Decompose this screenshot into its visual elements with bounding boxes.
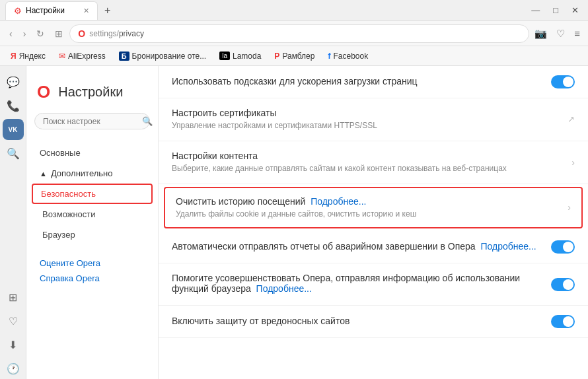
settings-item-content[interactable]: Настройки контента Выберите, какие данны… [159, 141, 588, 184]
back-button[interactable]: ‹ [5, 26, 17, 42]
rambler-icon: Р [274, 52, 279, 61]
bookmark-facebook[interactable]: f Facebook [322, 50, 373, 62]
camera-icon[interactable]: 📷 [532, 25, 550, 42]
bookmark-hotels[interactable]: Б Бронирование оте... [114, 50, 212, 62]
minimize-button[interactable]: — [527, 4, 544, 17]
reload-button[interactable]: ↻ [32, 26, 48, 42]
settings-item-hints-text: Использовать подсказки для ускорения заг… [172, 76, 551, 88]
grid-sidebar-button[interactable]: ⊞ [3, 287, 24, 308]
bookmark-yandex[interactable]: Я Яндекс [5, 50, 51, 62]
search-settings-bar[interactable]: 🔍 [34, 113, 150, 129]
settings-tab[interactable]: ⚙ Настройки ✕ [5, 1, 98, 20]
improve-link[interactable]: Подробнее... [256, 283, 312, 294]
rate-opera-link[interactable]: Оцените Opera [40, 258, 145, 268]
nav-item-features[interactable]: Возможности [26, 204, 158, 224]
settings-sidebar: O Настройки 🔍 Основные ▲ Дополнительно Б… [26, 66, 159, 379]
nav-links: Оцените Opera Справка Opera [26, 248, 158, 294]
grid-button[interactable]: ⊞ [51, 26, 67, 42]
settings-header: O Настройки [26, 77, 158, 113]
external-link-icon: ↗ [568, 114, 575, 124]
nav-advanced-label: Дополнительно [51, 168, 113, 178]
maximize-button[interactable]: □ [549, 4, 562, 17]
search-sidebar-button[interactable]: 🔍 [3, 143, 24, 164]
content-desc: Выберите, какие данные отправлять сайтам… [172, 163, 571, 174]
crash-toggle[interactable] [551, 240, 575, 254]
crash-link[interactable]: Подробнее... [480, 241, 536, 252]
clear-history-link[interactable]: Подробнее... [311, 196, 366, 207]
settings-item-malware[interactable]: Включить защиту от вредоносных сайтов [159, 306, 588, 338]
settings-item-crash[interactable]: Автоматически отправлять отчеты об авари… [159, 231, 588, 263]
hints-toggle[interactable] [551, 75, 575, 88]
bookmark-lamoda[interactable]: la Lamoda [214, 50, 266, 62]
bookmarks-bar: Я Яндекс ✉ AliExpress Б Бронирование оте… [0, 46, 588, 66]
help-opera-link[interactable]: Справка Opera [40, 273, 145, 283]
tab-title: Настройки [26, 6, 65, 15]
settings-page-title: Настройки [58, 85, 123, 100]
nav-item-basic[interactable]: Основные [26, 143, 158, 163]
nav-security-label: Безопасность [41, 189, 96, 199]
toolbar-right: 📷 ♡ ≡ [532, 25, 583, 42]
bookmark-aliexpress-label: AliExpress [68, 52, 106, 61]
content-title: Настройки контента [172, 151, 571, 161]
nav-item-security[interactable]: Безопасность [32, 184, 153, 204]
window-close-button[interactable]: ✕ [568, 4, 583, 17]
nav-browser-label: Браузер [42, 230, 75, 240]
bookmark-aliexpress[interactable]: ✉ AliExpress [54, 50, 111, 62]
download-sidebar-button[interactable]: ⬇ [3, 334, 24, 355]
bookmark-rambler[interactable]: Р Рамблер [269, 50, 320, 62]
settings-item-hints[interactable]: Использовать подсказки для ускорения заг… [159, 66, 588, 98]
search-icon: 🔍 [142, 116, 153, 126]
settings-item-improve-text: Помогите усовершенствовать Опера, отправ… [172, 273, 551, 296]
sidebar-icons: 💬 📞 VK 🔍 ⊞ ♡ ⬇ 🕐 [0, 66, 26, 379]
settings-item-crash-text: Автоматически отправлять отчеты об авари… [172, 241, 551, 254]
toolbar: ‹ › ↻ ⊞ O settings/privacy 📷 ♡ ≡ [0, 21, 588, 46]
hints-title: Использовать подсказки для ускорения заг… [172, 76, 551, 86]
improve-title: Помогите усовершенствовать Опера, отправ… [172, 273, 551, 294]
new-tab-button[interactable]: + [99, 2, 116, 19]
nav-features-label: Возможности [42, 209, 96, 219]
certificates-desc: Управление настройками и сертификатами H… [172, 120, 568, 131]
search-settings-input[interactable] [43, 117, 142, 126]
facebook-icon: f [328, 52, 330, 61]
address-text: settings/privacy [89, 29, 521, 38]
malware-title: Включить защиту от вредоносных сайтов [172, 316, 551, 326]
settings-content: Использовать подсказки для ускорения заг… [159, 66, 588, 379]
menu-icon[interactable]: ≡ [571, 25, 583, 42]
clock-sidebar-button[interactable]: 🕐 [3, 358, 24, 379]
opera-logo-small: O [78, 28, 85, 39]
bookmark-rambler-label: Рамблер [282, 52, 314, 61]
address-path: privacy [119, 29, 144, 38]
main-layout: 💬 📞 VK 🔍 ⊞ ♡ ⬇ 🕐 O Настройки 🔍 Основные … [0, 66, 588, 379]
hotels-icon: Б [119, 52, 129, 61]
aliexpress-icon: ✉ [59, 52, 65, 61]
clear-history-desc: Удалить файлы cookie и данные сайтов, оч… [176, 209, 568, 220]
messenger-button[interactable]: 💬 [3, 71, 24, 92]
chevron-icon: ▲ [40, 170, 47, 178]
tab-gear-icon: ⚙ [14, 6, 22, 16]
settings-item-certificates[interactable]: Настроить сертификаты Управление настрой… [159, 98, 588, 141]
bookmark-yandex-label: Яндекс [19, 52, 46, 61]
nav-item-advanced[interactable]: ▲ Дополнительно [26, 163, 158, 184]
nav-basic-label: Основные [40, 148, 81, 158]
content-arrow-icon: › [571, 157, 575, 168]
heart-icon[interactable]: ♡ [554, 25, 568, 42]
clear-history-title-text: Очистить историю посещений [176, 196, 305, 207]
forward-button[interactable]: › [19, 26, 30, 42]
malware-toggle[interactable] [551, 315, 575, 328]
vk-button[interactable]: VK [3, 119, 24, 140]
tab-close-icon[interactable]: ✕ [83, 7, 89, 15]
settings-item-improve[interactable]: Помогите усовершенствовать Опера, отправ… [159, 263, 588, 306]
settings-item-malware-text: Включить защиту от вредоносных сайтов [172, 316, 551, 328]
yandex-icon: Я [11, 52, 17, 61]
nav-item-browser[interactable]: Браузер [26, 224, 158, 245]
settings-item-clear-history[interactable]: Очистить историю посещений Подробнее... … [164, 187, 583, 229]
settings-item-certificates-text: Настроить сертификаты Управление настрой… [172, 108, 568, 131]
improve-toggle[interactable] [551, 278, 575, 291]
heart-sidebar-button[interactable]: ♡ [3, 310, 24, 331]
address-bar[interactable]: O settings/privacy [69, 24, 529, 43]
improve-title-text: Помогите усовершенствовать Опера, отправ… [172, 273, 520, 294]
whatsapp-button[interactable]: 📞 [3, 95, 24, 116]
settings-item-content-text: Настройки контента Выберите, какие данны… [172, 151, 571, 174]
bookmark-lamoda-label: Lamoda [233, 52, 261, 61]
certificates-title: Настроить сертификаты [172, 108, 568, 118]
